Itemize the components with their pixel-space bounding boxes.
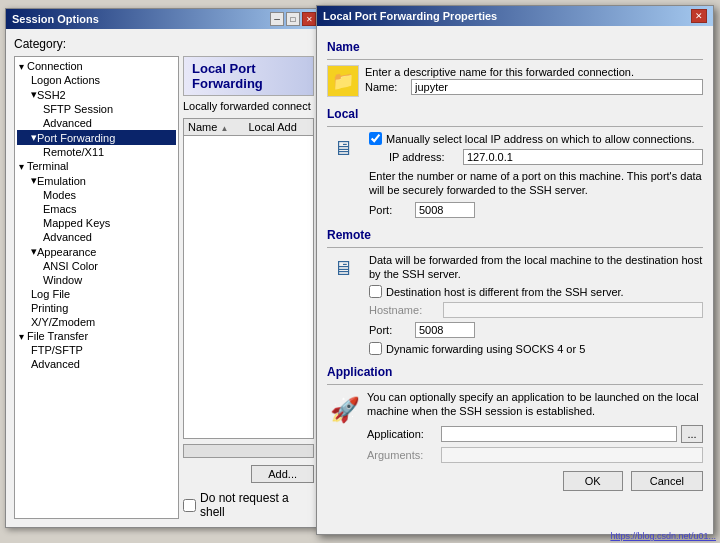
tree-item-mapped-keys[interactable]: Mapped Keys — [17, 216, 176, 230]
destination-different-label: Destination host is different from the S… — [386, 286, 624, 298]
tree-item-label: Logon Actions — [19, 74, 100, 86]
dynamic-forwarding-label: Dynamic forwarding using SOCKS 4 or 5 — [386, 343, 585, 355]
lpf-close-btn[interactable]: ✕ — [691, 9, 707, 23]
tree-item-terminal[interactable]: ▾ Terminal — [17, 159, 176, 173]
tree-item-emacs[interactable]: Emacs — [17, 202, 176, 216]
tree-item-ftp-sftp[interactable]: FTP/SFTP — [17, 343, 176, 357]
do-not-request-checkbox[interactable] — [183, 499, 196, 512]
add-button[interactable]: Add... — [251, 465, 314, 483]
destination-different-checkbox[interactable] — [369, 285, 382, 298]
remote-area: 🖥 Data will be forwarded from the local … — [327, 253, 703, 360]
tree-item-printing[interactable]: Printing — [17, 301, 176, 315]
tree-item-sftp[interactable]: SFTP Session — [17, 102, 176, 116]
hostname-input[interactable] — [443, 302, 703, 318]
locally-forwarded-label: Locally forwarded connect — [183, 100, 314, 112]
session-options-window: Session Options ─ □ ✕ Category: ▾ Connec… — [5, 8, 323, 528]
remote-divider — [327, 247, 703, 248]
tree-item-label: SFTP Session — [19, 103, 113, 115]
ok-button[interactable]: OK — [563, 471, 623, 491]
local-port-row: Port: — [369, 202, 703, 218]
do-not-request-label: Do not request a shell — [200, 491, 314, 519]
session-main: ▾ Connection Logon Actions ▾ SSH2 SFTP S… — [14, 56, 314, 519]
dialog-buttons: OK Cancel — [327, 471, 703, 495]
tree-item-xy-zmodem[interactable]: X/Y/Zmodem — [17, 315, 176, 329]
right-panel: Local Port Forwarding Locally forwarded … — [183, 56, 314, 519]
args-label: Arguments: — [367, 449, 437, 461]
app-area: 🚀 You can optionally specify an applicat… — [327, 390, 703, 463]
tree-item-label: Advanced — [19, 358, 80, 370]
args-row: Arguments: — [367, 447, 703, 463]
name-input[interactable] — [411, 79, 703, 95]
session-title: Session Options — [12, 13, 99, 25]
lpf-title: Local Port Forwarding Properties — [323, 10, 497, 22]
tree-item-advanced-terminal[interactable]: Advanced — [17, 230, 176, 244]
app-divider — [327, 384, 703, 385]
tree-item-label: Mapped Keys — [19, 217, 110, 229]
expand-icon: ▾ — [19, 61, 24, 72]
maximize-btn[interactable]: □ — [286, 12, 300, 26]
remote-port-input[interactable] — [415, 322, 475, 338]
manually-select-row: Manually select local IP address on whic… — [369, 132, 703, 145]
tree-item-label: File Transfer — [27, 330, 88, 342]
app-row: Application: ... — [367, 425, 703, 443]
minimize-btn[interactable]: ─ — [270, 12, 284, 26]
tree-item-label: SSH2 — [37, 89, 66, 101]
tree-item-port-forwarding[interactable]: ▾ Port Forwarding — [17, 130, 176, 145]
tree-item-advanced-ft[interactable]: Advanced — [17, 357, 176, 371]
expand-icon-app: ▾ — [19, 245, 37, 258]
tree-item-label: Advanced — [19, 231, 92, 243]
tree-item-appearance[interactable]: ▾ Appearance — [17, 244, 176, 259]
tree-item-connection[interactable]: ▾ Connection — [17, 59, 176, 73]
tree-item-label: Emacs — [19, 203, 77, 215]
cancel-button[interactable]: Cancel — [631, 471, 703, 491]
remote-monitor-icon: 🖥 — [327, 253, 359, 285]
name-section-header: Name — [327, 40, 703, 54]
category-label: Category: — [14, 37, 314, 51]
tree-item-label: Port Forwarding — [37, 132, 115, 144]
app-rocket-icon: 🚀 — [327, 390, 363, 430]
col-name: Name ▲ — [188, 121, 249, 133]
local-divider — [327, 126, 703, 127]
hostname-label: Hostname: — [369, 304, 437, 316]
pf-table-body — [184, 136, 313, 216]
tree-item-label: Printing — [19, 302, 68, 314]
tree-item-log-file[interactable]: Log File — [17, 287, 176, 301]
app-label: Application: — [367, 428, 437, 440]
port-description: Enter the number or name of a port on th… — [369, 169, 703, 198]
tree-item-ansi-color[interactable]: ANSI Color — [17, 259, 176, 273]
remote-right: Data will be forwarded from the local ma… — [369, 253, 703, 360]
tree-item-modes[interactable]: Modes — [17, 188, 176, 202]
tree-item-label: Remote/X11 — [19, 146, 104, 158]
ip-address-label: IP address: — [389, 151, 457, 163]
args-input[interactable] — [441, 447, 703, 463]
tree-item-remote-x11[interactable]: Remote/X11 — [17, 145, 176, 159]
destination-different-row: Destination host is different from the S… — [369, 285, 703, 298]
lpf-content: Name 📁 Enter a descriptive name for this… — [317, 26, 713, 534]
session-close-btn[interactable]: ✕ — [302, 12, 316, 26]
app-input[interactable] — [441, 426, 677, 442]
manually-select-label: Manually select local IP address on whic… — [386, 133, 695, 145]
expand-icon-emu: ▾ — [19, 174, 37, 187]
tree-item-logon-actions[interactable]: Logon Actions — [17, 73, 176, 87]
tree-item-window[interactable]: Window — [17, 273, 176, 287]
browse-button[interactable]: ... — [681, 425, 703, 443]
manually-select-checkbox[interactable] — [369, 132, 382, 145]
local-port-input[interactable] — [415, 202, 475, 218]
dynamic-forwarding-checkbox[interactable] — [369, 342, 382, 355]
name-desc: Enter a descriptive name for this forwar… — [365, 65, 703, 79]
watermark: https://blog.csdn.net/u01... — [610, 531, 716, 541]
col-local-add: Local Add — [249, 121, 310, 133]
scrollbar[interactable] — [183, 444, 314, 458]
tree-item-label: Connection — [27, 60, 83, 72]
tree-item-ssh2[interactable]: ▾ SSH2 — [17, 87, 176, 102]
session-titlebar: Session Options ─ □ ✕ — [6, 9, 322, 29]
tree-item-label: Modes — [19, 189, 76, 201]
ip-address-input[interactable] — [463, 149, 703, 165]
app-section-header: Application — [327, 365, 703, 379]
local-port-label: Port: — [369, 204, 409, 216]
tree-item-file-transfer[interactable]: ▾ File Transfer — [17, 329, 176, 343]
tree-item-advanced-ssh[interactable]: Advanced — [17, 116, 176, 130]
remote-port-label: Port: — [369, 324, 409, 336]
tree-item-emulation[interactable]: ▾ Emulation — [17, 173, 176, 188]
tree-item-label: Terminal — [27, 160, 69, 172]
